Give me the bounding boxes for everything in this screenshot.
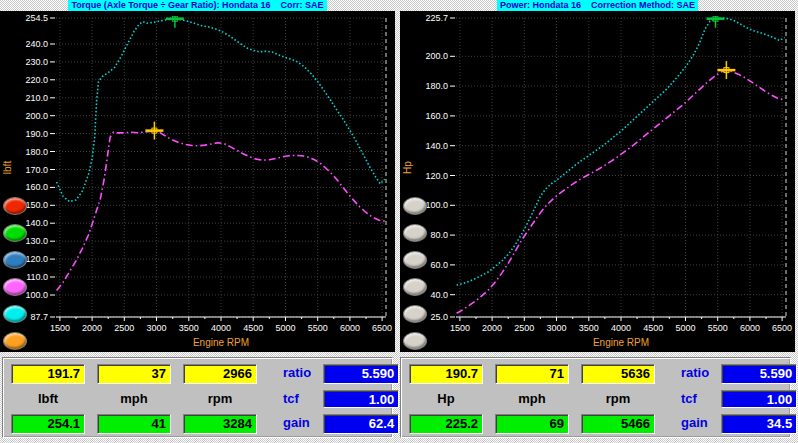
svg-text:40.0: 40.0 [430,290,448,300]
run-color-button[interactable] [403,197,427,215]
svg-text:4500: 4500 [643,323,663,333]
svg-text:6500: 6500 [772,323,792,333]
svg-text:180.0: 180.0 [25,147,48,157]
run-color-button[interactable] [3,278,27,296]
gain-field: 34.5 [721,414,797,434]
svg-text:3000: 3000 [546,323,566,333]
current-run-power [457,18,785,285]
svg-text:25.0: 25.0 [430,312,448,322]
torque-readout-panel: 191.7 37 2966 ratio 5.590 lbft mph rpm t… [2,357,393,438]
svg-text:140.0: 140.0 [25,218,48,228]
svg-text:100.0: 100.0 [425,200,448,210]
ratio-field: 5.590 [721,364,797,384]
gain-label: gain [269,414,311,434]
run1-torque-field: 191.7 [11,364,85,384]
run-color-button[interactable] [403,224,427,242]
svg-text:5500: 5500 [308,323,328,333]
run2-speed-field: 41 [97,414,171,434]
svg-text:160.0: 160.0 [25,182,48,192]
svg-text:200.0: 200.0 [25,111,48,121]
run2-rpm-field: 5466 [581,414,655,434]
svg-text:230.0: 230.0 [25,57,48,67]
power-plot: 225.7200.0180.0160.0140.0120.0100.080.06… [400,11,795,352]
run-color-button[interactable] [3,305,27,323]
svg-text:4000: 4000 [611,323,631,333]
power-chart-panel: Power: Hondata 16 Correction Method: SAE… [400,0,795,352]
run-color-button[interactable] [403,278,427,296]
svg-text:140.0: 140.0 [425,141,448,151]
svg-text:190.0: 190.0 [25,129,48,139]
power-unit-label: Hp [409,390,483,408]
svg-text:150.0: 150.0 [25,200,48,210]
svg-text:225.7: 225.7 [425,13,448,23]
run1-rpm-field: 2966 [183,364,257,384]
run1-rpm-field: 5636 [581,364,655,384]
svg-text:4500: 4500 [243,323,263,333]
peak-marker-previous-run [145,122,163,140]
run1-speed-field: 37 [97,364,171,384]
svg-text:3500: 3500 [179,323,199,333]
tcf-field: 1.00 [721,390,797,408]
svg-text:220.0: 220.0 [25,75,48,85]
run-color-button[interactable] [3,197,27,215]
svg-text:2500: 2500 [514,323,534,333]
ratio-label: ratio [667,364,709,384]
run2-power-field: 225.2 [409,414,483,434]
svg-text:5000: 5000 [275,323,295,333]
tcf-label: tcf [667,390,709,408]
svg-text:1500: 1500 [50,323,70,333]
run-color-button[interactable] [3,224,27,242]
svg-text:100.0: 100.0 [25,290,48,300]
svg-text:80.0: 80.0 [430,230,448,240]
ratio-field: 5.590 [323,364,399,384]
torque-chart-panel: Torque (Axle Torque ÷ Gear Ratio): Honda… [0,0,395,352]
svg-text:Engine RPM: Engine RPM [593,337,649,348]
svg-text:3500: 3500 [579,323,599,333]
ratio-label: ratio [269,364,311,384]
svg-text:120.0: 120.0 [425,171,448,181]
svg-text:2000: 2000 [82,323,102,333]
svg-text:130.0: 130.0 [25,236,48,246]
svg-text:180.0: 180.0 [425,81,448,91]
run-color-button[interactable] [3,332,27,350]
svg-text:170.0: 170.0 [25,165,48,175]
tcf-field: 1.00 [323,390,399,408]
svg-text:1500: 1500 [450,323,470,333]
torque-plot: 254.5240.0230.0220.0210.0200.0190.0180.0… [0,11,395,352]
torque-chart-title-bar: Torque (Axle Torque ÷ Gear Ratio): Honda… [0,0,395,11]
svg-text:3000: 3000 [146,323,166,333]
svg-text:2000: 2000 [482,323,502,333]
run-color-button[interactable] [403,332,427,350]
svg-text:lbft: lbft [2,161,13,175]
svg-text:60.0: 60.0 [430,260,448,270]
run1-power-field: 190.7 [409,364,483,384]
gain-field: 62.4 [323,414,399,434]
svg-text:5000: 5000 [675,323,695,333]
svg-text:254.5: 254.5 [25,13,48,23]
run-color-button[interactable] [403,305,427,323]
run-color-button[interactable] [403,251,427,269]
power-chart-title: Power: Hondata 16 Correction Method: SAE [497,0,698,11]
svg-text:87.7: 87.7 [30,312,48,322]
svg-text:Hp: Hp [402,161,413,174]
dyno-software-window: Torque (Axle Torque ÷ Gear Ratio): Honda… [0,0,798,443]
speed-unit-label: mph [97,390,171,408]
svg-text:2500: 2500 [114,323,134,333]
svg-text:5500: 5500 [708,323,728,333]
svg-text:6500: 6500 [372,323,392,333]
svg-text:4000: 4000 [211,323,231,333]
peak-marker-current-run [166,11,184,28]
run-color-button[interactable] [3,251,27,269]
svg-text:200.0: 200.0 [425,51,448,61]
tcf-label: tcf [269,390,311,408]
svg-text:110.0: 110.0 [26,272,48,282]
power-readout-panel: 190.7 71 5636 ratio 5.590 Hp mph rpm tcf… [400,357,791,438]
torque-unit-label: lbft [11,390,85,408]
run2-rpm-field: 3284 [183,414,257,434]
speed-unit-label: mph [495,390,569,408]
torque-chart-body: 254.5240.0230.0220.0210.0200.0190.0180.0… [0,11,395,352]
svg-text:210.0: 210.0 [25,93,48,103]
svg-text:240.0: 240.0 [25,39,48,49]
run1-speed-field: 71 [495,364,569,384]
power-chart-body: 225.7200.0180.0160.0140.0120.0100.080.06… [400,11,795,352]
